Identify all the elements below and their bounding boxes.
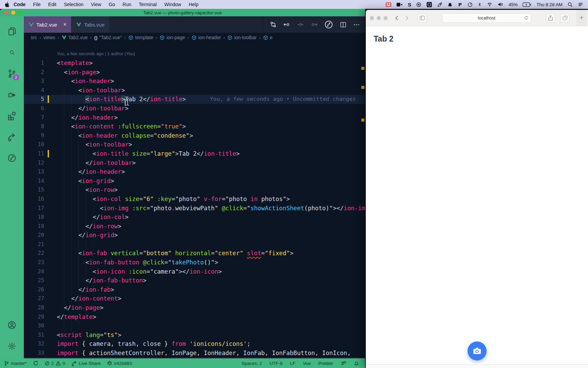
breadcrumb-item[interactable]: ion-toolbar xyxy=(227,35,257,40)
feedback-button[interactable] xyxy=(341,361,346,366)
screen-record-icon[interactable] xyxy=(426,2,432,7)
reload-icon[interactable] xyxy=(524,16,528,20)
breadcrumb-item[interactable]: src xyxy=(31,35,37,40)
code-line-18[interactable]: 18 </ion-col> xyxy=(24,213,365,222)
code-editor[interactable]: You, a few seconds ago | 1 author (You) … xyxy=(24,42,365,358)
code-line-11[interactable]: 11 <ion-title size="large">Tab 2</ion-ti… xyxy=(24,149,365,158)
breadcrumb-item[interactable]: views xyxy=(43,35,55,40)
activity-debug-icon[interactable] xyxy=(4,86,19,104)
close-tab-icon[interactable]: × xyxy=(63,21,66,28)
menu-item-view[interactable]: View xyxy=(87,0,105,9)
sync-button[interactable] xyxy=(33,361,38,366)
code-line-29[interactable]: 29</template> xyxy=(24,312,365,322)
forward-button[interactable] xyxy=(403,14,411,22)
nav-back-icon[interactable] xyxy=(283,21,290,28)
status-item-vue[interactable]: Vue xyxy=(303,361,311,366)
activity-search-icon[interactable] xyxy=(4,44,19,61)
breadcrumb-item[interactable]: ion-header xyxy=(192,35,221,40)
editor-tab-tab2.vue[interactable]: Tab2.vue× xyxy=(24,16,71,33)
peacock-color-indicator[interactable]: #42b883 xyxy=(107,361,132,366)
zoom-window-button[interactable] xyxy=(383,16,388,20)
code-line-9[interactable]: 9 <ion-header collapse="condense"> xyxy=(24,131,365,140)
code-line-30[interactable]: 30 xyxy=(24,321,365,331)
status-item-spaces-2[interactable]: Spaces: 2 xyxy=(242,361,262,366)
apple-icon[interactable] xyxy=(5,2,10,7)
tab-overview-icon[interactable] xyxy=(560,13,570,23)
code-line-1[interactable]: 1<template> xyxy=(24,59,365,68)
code-line-4[interactable]: 4 <ion-toolbar> xyxy=(24,86,365,95)
minimize-window-button[interactable] xyxy=(377,16,381,20)
code-line-7[interactable]: 7 </ion-header> xyxy=(24,113,365,122)
code-line-12[interactable]: 12 </ion-toolbar> xyxy=(24,158,365,168)
zoom-window-button[interactable] xyxy=(18,11,22,15)
breadcrumb-item[interactable]: template xyxy=(128,35,153,40)
rocket-icon[interactable] xyxy=(437,2,442,7)
wifi-icon[interactable] xyxy=(487,2,493,7)
bell-icon[interactable] xyxy=(447,2,453,7)
bell-outline-button[interactable] xyxy=(354,361,359,366)
pause-bars-icon[interactable] xyxy=(458,2,462,7)
code-line-25[interactable]: 25 </ion-fab-button> xyxy=(24,276,365,285)
activity-extensions-icon[interactable] xyxy=(4,107,19,125)
code-line-10[interactable]: 10 <ion-toolbar> xyxy=(24,140,365,149)
vscode-titlebar[interactable]: Tab2.vue — photo-gallery-capacitor-vue xyxy=(0,9,365,16)
menu-item-terminal[interactable]: Terminal xyxy=(135,0,161,9)
code-line-26[interactable]: 26 </ion-fab> xyxy=(24,285,365,294)
compass-icon[interactable] xyxy=(468,2,473,7)
address-bar[interactable]: localhost xyxy=(442,13,531,23)
menu-item-edit[interactable]: Edit xyxy=(45,0,60,9)
code-line-22[interactable]: 22 <ion-fab vertical="bottom" horizontal… xyxy=(24,249,365,258)
breadcrumb-item[interactable]: e xyxy=(263,35,273,40)
code-line-19[interactable]: 19 </ion-row> xyxy=(24,222,365,231)
gitlens-authors-lens[interactable]: You, a few seconds ago | 1 author (You) xyxy=(57,51,135,56)
code-line-28[interactable]: 28 </ion-page> xyxy=(24,303,365,312)
code-line-24[interactable]: 24 <ion-icon :icon="camera"></ion-icon> xyxy=(24,267,365,276)
code-line-33[interactable]: 33import { actionSheetController, IonPag… xyxy=(24,349,365,358)
nav-fwd-icon[interactable] xyxy=(311,21,317,28)
breadcrumb-item[interactable]: ion-page xyxy=(160,35,185,40)
menu-item-file[interactable]: File xyxy=(29,0,45,9)
activity-git-graph-icon[interactable] xyxy=(4,149,19,167)
close-window-button[interactable] xyxy=(370,16,374,20)
back-button[interactable] xyxy=(392,14,401,22)
menu-item-window[interactable]: Window xyxy=(161,0,185,9)
activity-live-share-icon[interactable] xyxy=(4,128,19,146)
nav-dot-icon[interactable] xyxy=(297,21,304,28)
code-line-5[interactable]: 5 <ion-title>Tab 2</ion-title>You, a few… xyxy=(24,95,365,104)
menu-list-icon[interactable] xyxy=(578,2,583,7)
status-item-utf-8[interactable]: UTF-8 xyxy=(270,361,282,366)
sidebar-icon[interactable] xyxy=(418,13,427,23)
videocam-icon[interactable] xyxy=(396,2,403,7)
menu-item-run[interactable]: Run xyxy=(119,0,135,9)
live-share-button[interactable]: Live Share xyxy=(71,361,101,366)
git-graph-icon[interactable] xyxy=(324,20,333,29)
activity-source-control-icon[interactable]: 2 xyxy=(4,65,19,82)
code-line-23[interactable]: 23 <ion-fab-button @click="takePhoto()"> xyxy=(24,258,365,267)
menu-item-help[interactable]: Help xyxy=(185,0,202,9)
code-line-31[interactable]: 31<script lang="ts"> xyxy=(24,331,365,340)
menu-item-go[interactable]: Go xyxy=(105,0,119,9)
film-icon[interactable] xyxy=(386,2,391,7)
new-tab-button[interactable]: + xyxy=(576,10,587,26)
code-line-16[interactable]: 16 <ion-col size="6" :key="photo" v-for=… xyxy=(24,195,365,204)
code-line-17[interactable]: 17 <ion-img :src="photo.webviewPath" @cl… xyxy=(24,204,365,213)
status-item-lf[interactable]: LF xyxy=(290,361,295,366)
code-line-32[interactable]: 32import { camera, trash, close } from '… xyxy=(24,339,365,349)
menu-item-selection[interactable]: Selection xyxy=(60,0,87,9)
code-line-27[interactable]: 27 </ion-content> xyxy=(24,294,365,303)
menu-item-code[interactable]: Code xyxy=(10,0,29,9)
code-line-20[interactable]: 20 </ion-grid> xyxy=(24,231,365,240)
split-icon[interactable] xyxy=(340,21,346,28)
code-line-3[interactable]: 3 <ion-header> xyxy=(24,77,365,86)
breadcrumb-item[interactable]: Tab2.vue xyxy=(62,35,88,40)
status-item-prettier[interactable]: Prettier xyxy=(318,361,333,366)
code-line-14[interactable]: 14 <ion-grid> xyxy=(24,177,365,186)
breadcrumb-item[interactable]: {}"Tab2.vue" xyxy=(94,35,122,40)
code-line-8[interactable]: 8 <ion-content :fullscreen="true"> xyxy=(24,122,365,131)
code-line-6[interactable]: 6 </ion-toolbar> xyxy=(24,104,365,113)
compare-icon[interactable] xyxy=(270,21,277,28)
editor-tab-tabs.vue[interactable]: Tabs.vue xyxy=(71,16,109,33)
activity-files-icon[interactable] xyxy=(4,22,19,40)
camera-fab-button[interactable] xyxy=(468,341,487,361)
code-line-2[interactable]: 2 <ion-page> xyxy=(24,68,365,77)
